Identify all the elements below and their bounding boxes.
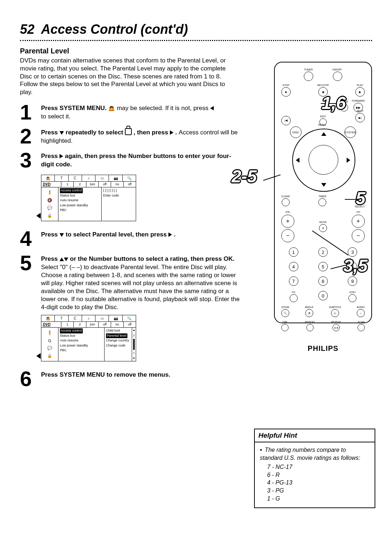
label-tc: T/C bbox=[291, 291, 295, 293]
person-icon: 🙇 bbox=[108, 105, 115, 111]
ch-up-button[interactable]: + bbox=[352, 215, 365, 228]
mute-button[interactable]: ✕ bbox=[319, 224, 327, 232]
rec-button[interactable]: ◉ bbox=[318, 87, 328, 97]
menu-access-control: Access control bbox=[60, 188, 83, 193]
label-onoff: ON/OFF bbox=[332, 68, 342, 71]
label-repeat: REPEAT bbox=[305, 321, 315, 323]
section-heading: Parental Level bbox=[20, 47, 372, 55]
play-button[interactable]: ▶ bbox=[355, 87, 365, 97]
num-7-button[interactable]: 7 bbox=[289, 276, 298, 286]
step6-text: Press SYSTEM MENU to remove the menus. bbox=[41, 371, 170, 378]
up-arrow-icon bbox=[60, 255, 64, 263]
angle-button[interactable]: ◔ bbox=[305, 309, 313, 317]
menu-status-box: Status box bbox=[60, 333, 103, 339]
hint-rating-row: 7 - NC-17 bbox=[267, 463, 369, 471]
step1-text-b: to select it. bbox=[41, 113, 70, 120]
down-arrow-icon bbox=[64, 255, 68, 263]
step-body: Press SYSTEM MENU. 🙇 may be selected. If… bbox=[41, 103, 214, 122]
hint-lead: The rating numbers compare to standard U… bbox=[260, 446, 369, 462]
label-play: PLAY bbox=[357, 84, 363, 86]
ab-button[interactable]: A-B bbox=[332, 324, 340, 331]
label-audio: AUDIO bbox=[357, 306, 365, 308]
title-divider bbox=[20, 40, 372, 41]
code-slots: [ ] [ ] [ ] [ ] bbox=[103, 188, 134, 193]
dim-button[interactable] bbox=[281, 324, 289, 331]
step1-bold: Press SYSTEM MENU. bbox=[41, 105, 106, 112]
num-0-button[interactable]: 0 bbox=[318, 291, 328, 300]
step-number: 2 bbox=[20, 127, 36, 146]
osd-pointer-icon bbox=[36, 213, 41, 219]
right-arrow-icon bbox=[170, 129, 173, 137]
vcr-button[interactable] bbox=[348, 294, 356, 302]
step-body: Press SYSTEM MENU to remove the menus. bbox=[41, 369, 170, 388]
panel-parental-level: Parental level bbox=[106, 333, 127, 339]
num-9-button[interactable]: 9 bbox=[348, 276, 357, 286]
timer-button[interactable] bbox=[318, 198, 326, 206]
label-angle: ANGLE bbox=[305, 306, 314, 308]
system-menu-button[interactable]: SYSTEM bbox=[344, 126, 356, 138]
label-timer: TIMER bbox=[318, 195, 326, 198]
onoff-button[interactable] bbox=[333, 72, 342, 81]
label-dim: DIM bbox=[283, 321, 287, 323]
label-slow: SLOW bbox=[340, 100, 348, 103]
vol-down-button[interactable]: − bbox=[281, 229, 294, 242]
slow-button[interactable]: ▷ bbox=[340, 104, 348, 112]
manual-page: 52 Access Control (cont'd) Parental Leve… bbox=[0, 0, 392, 555]
label-select: SELECT bbox=[355, 205, 365, 208]
label-forward: FORWARD bbox=[352, 100, 365, 102]
dvd-label: DVD bbox=[41, 322, 61, 327]
step5-mid: or the Number buttons to select a rating… bbox=[70, 255, 234, 262]
num-5-button[interactable]: 5 bbox=[318, 262, 328, 271]
subtitle-button[interactable]: ▭ bbox=[331, 309, 339, 317]
remote-control: TUNER ON/OFF STOP■ REC/OTR◉ PLAY▶ SLOW▷ … bbox=[274, 62, 372, 323]
repeat-button[interactable] bbox=[306, 324, 314, 331]
step5-press: Press bbox=[41, 255, 60, 262]
label-menu: MENU bbox=[318, 123, 326, 126]
disc-menu-button[interactable]: DISC bbox=[290, 126, 302, 138]
menu-auto-resume: Auto resume bbox=[60, 338, 103, 343]
vol-up-button[interactable]: + bbox=[281, 215, 294, 228]
tuner-button[interactable] bbox=[304, 72, 313, 81]
osd-pointer-icon bbox=[36, 353, 41, 359]
num-3-button[interactable]: 3 bbox=[348, 247, 357, 257]
label-tuner: TUNER bbox=[304, 68, 313, 71]
num-6-button[interactable]: 6 bbox=[348, 262, 357, 271]
ch-down-button[interactable]: − bbox=[352, 229, 365, 242]
nav-up-icon bbox=[321, 132, 326, 136]
step2-press: Press bbox=[41, 129, 60, 136]
step-4: 4 Press to select Parental level, then p… bbox=[20, 229, 242, 248]
label-next: NEXT bbox=[357, 110, 364, 112]
hint-rating-row: 1 - G bbox=[267, 495, 369, 503]
num-4-button[interactable]: 4 bbox=[289, 262, 298, 271]
label-vcr: VCR+ bbox=[349, 291, 356, 293]
nav-left-icon bbox=[296, 158, 299, 163]
num-1-button[interactable]: 1 bbox=[289, 247, 298, 257]
nav-pad: MENU DISC SYSTEM bbox=[292, 129, 354, 190]
label-rec: REC/OTR bbox=[317, 84, 329, 86]
menu-auto-resume: Auto resume bbox=[60, 198, 100, 203]
audio-button[interactable]: ♪ bbox=[357, 309, 365, 317]
brand-label: PHILIPS bbox=[281, 344, 365, 353]
step-number: 3 bbox=[20, 151, 36, 170]
step2-then: , then press bbox=[134, 129, 170, 136]
menu-status-box: Status box bbox=[60, 193, 100, 198]
nav-right-icon bbox=[347, 158, 350, 163]
step-1: 1 Press SYSTEM MENU. 🙇 may be selected. … bbox=[20, 103, 242, 122]
tc-button[interactable] bbox=[290, 294, 298, 302]
step3-text: again, then press the Number buttons to … bbox=[41, 153, 231, 168]
stop-button[interactable]: ■ bbox=[281, 87, 291, 97]
prev-button[interactable]: |◀ bbox=[281, 116, 291, 125]
nav-center[interactable] bbox=[309, 145, 338, 175]
step3-press: Press bbox=[41, 153, 60, 159]
num-2-button[interactable]: 2 bbox=[318, 247, 328, 257]
step-body: Press again, then press the Number butto… bbox=[41, 151, 242, 170]
num-8-button[interactable]: 8 bbox=[318, 276, 328, 286]
ok-button[interactable] bbox=[356, 197, 364, 204]
step-2: 2 Press repeatedly to select , then pres… bbox=[20, 127, 242, 146]
menu-access-control: Access control bbox=[60, 328, 83, 333]
zoom-button[interactable]: 🔍 bbox=[281, 309, 289, 317]
step4-press: Press bbox=[41, 231, 60, 238]
clear-button[interactable] bbox=[282, 198, 290, 206]
scan-button[interactable] bbox=[358, 324, 365, 331]
next-button[interactable]: ▶| bbox=[355, 113, 365, 122]
